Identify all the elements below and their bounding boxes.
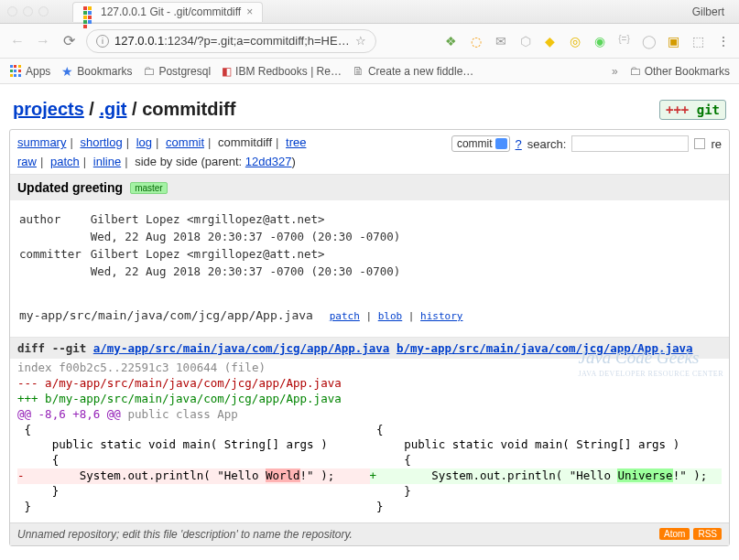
author-name: Gilbert Lopez <mrgillopez@att.net> bbox=[91, 211, 408, 227]
close-tab-icon[interactable]: × bbox=[246, 5, 253, 18]
traffic-light-close[interactable] bbox=[7, 6, 17, 16]
commit-title: Updated greeting bbox=[17, 180, 123, 195]
committer-name: Gilbert Lopez <mrgillopez@att.net> bbox=[91, 246, 408, 262]
link-blob[interactable]: blob bbox=[378, 310, 403, 322]
crumb-tail: commitdiff bbox=[142, 99, 235, 120]
breadcrumb: projects / .git / commitdiff +++ git bbox=[9, 92, 730, 129]
ext-icon[interactable]: ◉ bbox=[592, 34, 606, 48]
other-bookmarks[interactable]: 🗀Other Bookmarks bbox=[629, 64, 730, 78]
nav-inline[interactable]: inline bbox=[93, 155, 121, 168]
star-icon: ★ bbox=[61, 64, 73, 79]
re-checkbox[interactable] bbox=[694, 138, 705, 149]
search-box: commit ? search: re bbox=[451, 135, 722, 152]
diff-file-b[interactable]: b/my-app/src/main/java/com/jcg/app/App.j… bbox=[397, 341, 693, 355]
folder-icon: 🗀 bbox=[143, 64, 155, 78]
link-patch[interactable]: patch bbox=[330, 310, 360, 322]
favicon-icon bbox=[82, 5, 95, 18]
browser-tab[interactable]: 127.0.0.1 Git - .git/commitdiff × bbox=[72, 2, 263, 22]
changed-line: - System.out.println( "Hello World!" ); … bbox=[17, 468, 722, 484]
ext-icon[interactable]: ◌ bbox=[469, 34, 483, 48]
author-label: author bbox=[19, 211, 89, 227]
site-info-icon[interactable]: i bbox=[96, 35, 109, 48]
ext-icon[interactable]: ❖ bbox=[444, 34, 458, 48]
bookmark-item[interactable]: 🗀Postgresql bbox=[143, 64, 211, 78]
ext-icon[interactable]: ⬡ bbox=[518, 34, 532, 48]
nav-commit[interactable]: commit bbox=[166, 135, 204, 149]
footer-desc: Unnamed repository; edit this file 'desc… bbox=[17, 528, 353, 541]
search-label: search: bbox=[527, 137, 567, 151]
ext-icon[interactable]: ◎ bbox=[568, 34, 581, 48]
diff-block: diff --git a/my-app/src/main/java/com/jc… bbox=[10, 338, 729, 522]
bookmark-item[interactable]: ★Bookmarks bbox=[61, 64, 132, 79]
ext-icon[interactable]: {=} bbox=[617, 34, 631, 48]
crumb-git[interactable]: .git bbox=[99, 99, 126, 120]
footer: Unnamed repository; edit this file 'desc… bbox=[10, 522, 729, 545]
file-path: my-app/src/main/java/com/jcg/app/App.jav… bbox=[19, 308, 313, 322]
nav-tree[interactable]: tree bbox=[286, 135, 306, 149]
atom-feed[interactable]: Atom bbox=[659, 528, 690, 540]
parent-hash[interactable]: 12dd327 bbox=[245, 155, 292, 168]
back-icon[interactable]: ← bbox=[9, 33, 26, 49]
traffic-light-min[interactable] bbox=[23, 6, 33, 16]
apps-button[interactable]: Apps bbox=[9, 65, 50, 78]
nav-raw[interactable]: raw bbox=[17, 155, 37, 168]
sub-nav: summary| shortlog| log| commit| commitdi… bbox=[10, 130, 729, 175]
file-bar: my-app/src/main/java/com/jcg/app/App.jav… bbox=[10, 294, 729, 338]
nav-patch[interactable]: patch bbox=[50, 155, 80, 168]
main-panel: summary| shortlog| log| commit| commitdi… bbox=[9, 129, 730, 546]
diff-body: Java Code GeeksJAVA DEVELOPER RESOURCE C… bbox=[10, 359, 729, 522]
redbook-icon: ◧ bbox=[222, 65, 232, 78]
link-history[interactable]: history bbox=[420, 310, 462, 322]
search-type-select[interactable]: commit bbox=[451, 135, 510, 152]
ext-icon[interactable]: ⬚ bbox=[691, 34, 705, 48]
nav-log[interactable]: log bbox=[136, 135, 152, 149]
ext-icon[interactable]: ◯ bbox=[642, 34, 656, 48]
window-titlebar: 127.0.0.1 Git - .git/commitdiff × Gilber… bbox=[0, 0, 739, 24]
reload-icon[interactable]: ⟳ bbox=[60, 32, 77, 49]
committer-date: Wed, 22 Aug 2018 20:30:37 -0700 (20:30 -… bbox=[91, 264, 408, 279]
ext-icon[interactable]: ▣ bbox=[667, 34, 680, 48]
committer-label: committer bbox=[19, 246, 89, 262]
search-help[interactable]: ? bbox=[516, 137, 522, 151]
author-date: Wed, 22 Aug 2018 20:30:37 -0700 (20:30 -… bbox=[91, 229, 408, 244]
extensions-area: ❖ ◌ ✉ ⬡ ◆ ◎ ◉ {=} ◯ ▣ ⬚ ⋮ bbox=[444, 34, 730, 48]
url-text: 127.0.0.1:1234/?p=.git;a=commitdiff;h=HE… bbox=[114, 34, 350, 48]
commit-meta: authorGilbert Lopez <mrgillopez@att.net>… bbox=[10, 200, 729, 294]
menu-icon[interactable]: ⋮ bbox=[716, 34, 730, 48]
nav-sbs-suffix: ) bbox=[291, 155, 295, 168]
page-icon: 🗎 bbox=[353, 64, 364, 78]
diff-file-a[interactable]: a/my-app/src/main/java/com/jcg/app/App.j… bbox=[93, 341, 390, 355]
commit-header: Updated greeting master bbox=[10, 175, 729, 200]
nav-summary[interactable]: summary bbox=[17, 135, 66, 149]
diff-header: diff --git a/my-app/src/main/java/com/jc… bbox=[10, 338, 729, 359]
address-bar[interactable]: i 127.0.0.1:1234/?p=.git;a=commitdiff;h=… bbox=[86, 29, 376, 53]
star-outline-icon[interactable]: ☆ bbox=[355, 34, 366, 48]
re-label: re bbox=[711, 137, 722, 151]
nav-sbs-prefix: side by side (parent: bbox=[135, 155, 245, 168]
ext-icon[interactable]: ✉ bbox=[494, 34, 507, 48]
rss-feed[interactable]: RSS bbox=[693, 528, 722, 540]
browser-toolbar: ← → ⟳ i 127.0.0.1:1234/?p=.git;a=commitd… bbox=[0, 24, 739, 59]
folder-icon: 🗀 bbox=[629, 64, 641, 78]
git-logo[interactable]: +++ git bbox=[659, 100, 726, 120]
traffic-light-max[interactable] bbox=[38, 6, 49, 16]
nav-shortlog[interactable]: shortlog bbox=[80, 135, 122, 149]
nav-commitdiff: commitdiff bbox=[218, 135, 272, 149]
page-content: projects / .git / commitdiff +++ git sum… bbox=[0, 84, 739, 554]
bookmark-item[interactable]: ◧IBM Redbooks | Re… bbox=[222, 65, 342, 78]
search-input[interactable] bbox=[571, 135, 689, 152]
ext-icon[interactable]: ◆ bbox=[543, 34, 557, 48]
tab-title: 127.0.0.1 Git - .git/commitdiff bbox=[101, 5, 241, 18]
profile-name[interactable]: Gilbert bbox=[692, 5, 732, 18]
overflow-icon[interactable]: » bbox=[612, 65, 618, 78]
branch-badge[interactable]: master bbox=[130, 182, 168, 194]
forward-icon[interactable]: → bbox=[35, 33, 51, 49]
crumb-projects[interactable]: projects bbox=[13, 99, 84, 120]
bookmarks-bar: Apps ★Bookmarks 🗀Postgresql ◧IBM Redbook… bbox=[0, 59, 739, 84]
bookmark-item[interactable]: 🗎Create a new fiddle… bbox=[353, 64, 473, 78]
